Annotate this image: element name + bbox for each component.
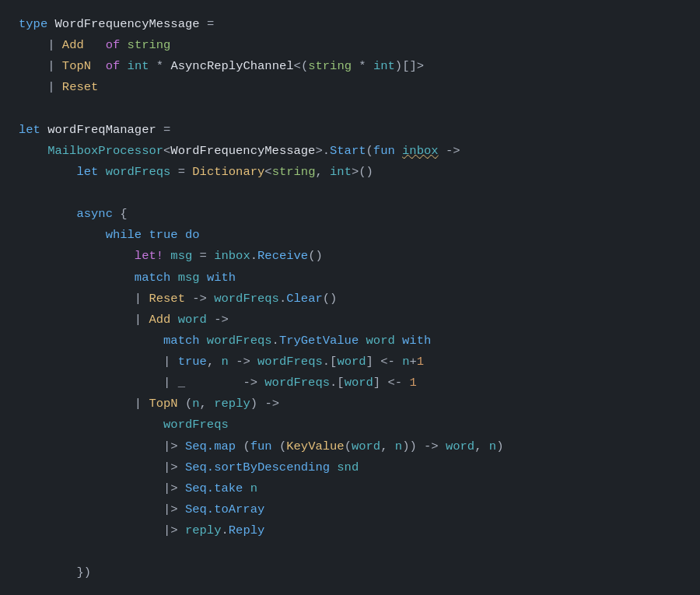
code-line-25: |> reply.Reply [19,520,681,541]
code-line-11: while true do [19,225,681,246]
code-line-16: match wordFreqs.TryGetValue word with [19,331,681,352]
code-line-13: match msg with [19,268,681,289]
code-line-17: | true, n -> wordFreqs.[word] <- n+1 [19,352,681,373]
code-line-23: |> Seq.take n [19,478,681,499]
code-line-22: |> Seq.sortByDescending snd [19,457,681,478]
code-line-10: async { [19,204,681,225]
code-line-6: let wordFreqManager = [19,120,681,141]
code-line-19: | TopN (n, reply) -> [19,394,681,415]
code-line-15: | Add word -> [19,310,681,331]
code-line-12: let! msg = inbox.Receive() [19,246,681,267]
code-line-9 [19,183,681,204]
code-line-4: | Reset [19,77,681,98]
code-line-24: |> Seq.toArray [19,499,681,520]
code-line-5 [19,99,681,120]
code-editor: type WordFrequencyMessage = | Add of str… [0,0,700,595]
code-line-20: wordFreqs [19,415,681,436]
code-line-27: }) [19,562,681,583]
code-line-7: MailboxProcessor<WordFrequencyMessage>.S… [19,141,681,162]
code-line-2: | Add of string [19,35,681,56]
code-line-8: let wordFreqs = Dictionary<string, int>(… [19,162,681,183]
code-line-3: | TopN of int * AsyncReplyChannel<(strin… [19,56,681,77]
code-line-14: | Reset -> wordFreqs.Clear() [19,289,681,310]
code-line-1: type WordFrequencyMessage = [19,14,681,35]
code-line-26 [19,541,681,562]
code-line-18: | _ -> wordFreqs.[word] <- 1 [19,373,681,394]
code-line-21: |> Seq.map (fun (KeyValue(word, n)) -> w… [19,436,681,457]
